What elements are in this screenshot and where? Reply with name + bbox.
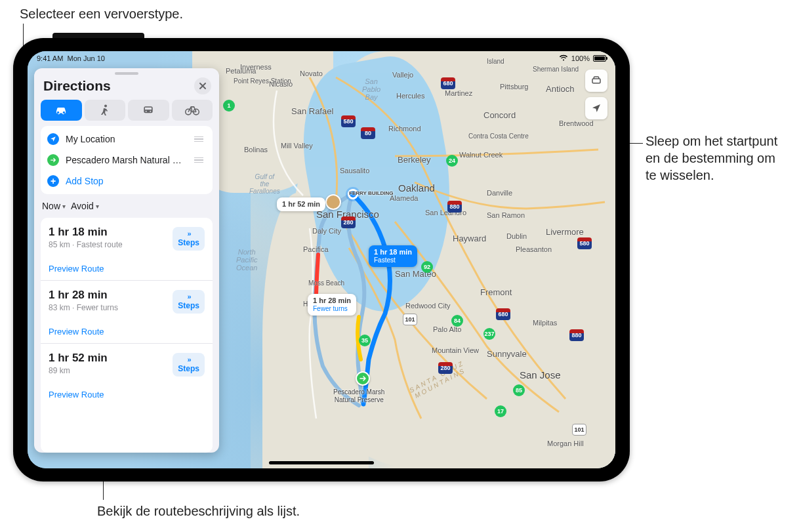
chevron-down-icon: ▾ — [96, 203, 99, 210]
preview-route-link[interactable]: Preview Route — [49, 390, 205, 399]
panel-title: Directions — [43, 78, 111, 94]
shield-interstate: 80 — [361, 127, 375, 139]
double-chevron-icon: » — [178, 230, 199, 238]
route-badge-alt[interactable]: 1 hr 52 min — [277, 197, 325, 211]
transport-tabs — [34, 100, 219, 126]
svg-rect-0 — [592, 79, 600, 83]
tab-walk[interactable] — [85, 100, 126, 121]
region-label: SanPabloBay — [362, 77, 380, 101]
city-label: Concord — [483, 110, 516, 120]
wifi-icon — [559, 54, 568, 62]
ipad-frame: NorthPacificOcean SanPabloBay Gulf ofthe… — [13, 38, 630, 481]
plus-icon: + — [47, 175, 59, 187]
steps-button[interactable]: »Steps — [173, 353, 205, 377]
destination-label: Pescadero MarshNatural Preserve — [333, 388, 384, 404]
tab-drive[interactable] — [41, 100, 82, 121]
steps-button[interactable]: »Steps — [173, 227, 205, 251]
reorder-handle[interactable] — [192, 134, 206, 145]
svg-rect-5 — [145, 108, 152, 110]
city-label: Walnut Creek — [459, 151, 503, 159]
svg-point-3 — [146, 111, 147, 112]
home-indicator[interactable] — [269, 461, 374, 464]
poi-marker[interactable] — [325, 194, 341, 210]
city-label: Berkeley — [398, 155, 431, 165]
route-option[interactable]: 1 hr 52 min 89 km »Steps Preview Route — [41, 344, 213, 406]
tab-cycle[interactable] — [172, 100, 213, 121]
city-label: Morgan Hill — [547, 440, 584, 447]
city-label: Mountain View — [432, 346, 479, 354]
city-label: Pleasanton — [516, 245, 552, 253]
shield-interstate: 580 — [577, 237, 592, 249]
city-label: Danville — [487, 189, 512, 197]
screen: NorthPacificOcean SanPabloBay Gulf ofthe… — [28, 51, 615, 468]
destination-marker[interactable] — [356, 371, 370, 386]
add-stop-button[interactable]: + Add Stop — [41, 171, 213, 192]
add-stop-label: Add Stop — [66, 176, 104, 186]
route-option[interactable]: 1 hr 18 min 85 km · Fastest route »Steps… — [41, 218, 213, 281]
region-label: NorthPacificOcean — [236, 248, 257, 272]
reorder-handle[interactable] — [192, 155, 206, 166]
avoid-filter[interactable]: Avoid ▾ — [71, 201, 99, 211]
city-label: Alameda — [390, 194, 418, 202]
city-label: Novato — [300, 70, 323, 77]
shield-state: 35 — [359, 335, 371, 346]
shield-state: 85 — [513, 384, 525, 396]
status-bar: 9:41 AM Mon Jun 10 100% — [28, 51, 615, 66]
svg-point-4 — [150, 111, 152, 112]
city-label: Fremont — [480, 287, 512, 297]
shield-interstate: 280 — [341, 216, 356, 228]
city-label: Pittsburg — [500, 83, 528, 91]
destination-pin-icon — [47, 154, 59, 166]
tab-transit[interactable] — [128, 100, 169, 121]
city-label: Daly City — [312, 227, 341, 235]
city-label: Sherman Island — [533, 66, 579, 73]
shield-state: 17 — [495, 405, 506, 417]
stop-from[interactable]: My Location — [41, 129, 213, 150]
svg-point-6 — [185, 109, 191, 115]
preview-route-link[interactable]: Preview Route — [49, 264, 205, 274]
shield-interstate: 880 — [447, 201, 462, 213]
map-mode-button[interactable] — [585, 70, 607, 92]
city-label: Vallejo — [392, 71, 413, 79]
city-label: Bolinas — [244, 146, 268, 153]
stops-list: My Location Pescadero Marsh Natural Pres… — [41, 126, 213, 194]
city-label: Sunnyvale — [487, 349, 527, 359]
shield-interstate: 680 — [496, 308, 510, 320]
city-label: San Rafael — [291, 106, 333, 116]
city-label: Milpitas — [533, 319, 557, 327]
city-label: Dublin — [506, 232, 527, 240]
shield-state: 237 — [483, 328, 495, 340]
region-label: Gulf oftheFarallones — [249, 173, 280, 195]
stop-to[interactable]: Pescadero Marsh Natural Preserve — [41, 150, 213, 171]
preview-route-link[interactable]: Preview Route — [49, 327, 205, 337]
city-label: Moss Beach — [308, 279, 344, 287]
shield-state: 1 — [223, 100, 235, 112]
shield-interstate: 580 — [341, 115, 356, 127]
city-label: Hercules — [396, 92, 424, 100]
depart-time-filter[interactable]: Now ▾ — [42, 201, 66, 211]
double-chevron-icon: » — [178, 356, 199, 364]
route-option[interactable]: 1 hr 28 min 83 km · Fewer turns »Steps P… — [41, 281, 213, 344]
shield-us: 101 — [403, 314, 417, 325]
chevron-down-icon: ▾ — [62, 203, 66, 210]
double-chevron-icon: » — [178, 293, 199, 301]
close-button[interactable] — [194, 77, 211, 94]
shield-state: 24 — [446, 155, 458, 167]
route-badge-primary[interactable]: 1 hr 18 minFastest — [369, 245, 417, 267]
drag-grabber[interactable] — [115, 72, 138, 75]
routes-list: 1 hr 18 min 85 km · Fastest route »Steps… — [41, 218, 213, 453]
locate-me-button[interactable] — [585, 97, 607, 119]
city-label: Mill Valley — [281, 142, 313, 150]
city-label: Hayward — [453, 234, 486, 243]
city-label: Richmond — [388, 125, 421, 133]
city-label: Sausalito — [340, 167, 369, 174]
shield-state: 84 — [451, 315, 463, 327]
status-time: 9:41 AM — [37, 54, 63, 62]
route-badge-alt[interactable]: 1 hr 28 minFewer turns — [308, 294, 356, 316]
city-label: Nicasio — [269, 80, 293, 88]
battery-percent: 100% — [571, 54, 590, 62]
callout-bottom: Bekijk de routebeschrijving als lijst. — [97, 502, 300, 520]
steps-button[interactable]: »Steps — [173, 290, 205, 314]
shield-interstate: 880 — [569, 329, 584, 341]
city-label: San Jose — [520, 369, 561, 380]
